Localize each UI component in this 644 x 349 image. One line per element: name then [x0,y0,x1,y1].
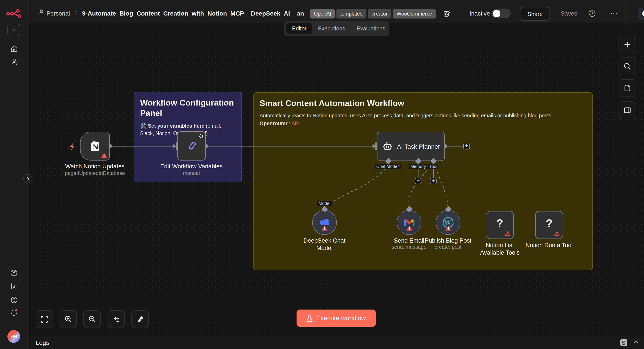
node-deepseek-chat-model[interactable] [312,210,337,235]
node-label: Notion List Available Tools [473,242,526,256]
flask-icon [306,314,312,322]
insights-icon[interactable] [9,281,19,291]
tidy-up-button[interactable] [132,311,149,328]
personal-icon[interactable] [9,57,19,66]
node-label: Watch Notion Updates [60,163,130,170]
zoom-out-button[interactable] [84,311,101,328]
tag-woocommerce[interactable]: WooCommerce [393,9,436,18]
tools-emoji-icon: 🛠️ [140,123,146,129]
warning-icon [322,225,328,231]
unknown-node-icon: ? [536,217,563,230]
execute-workflow-button[interactable]: Execute workflow [296,310,376,327]
right-panel-button-partial[interactable] [638,8,644,20]
node-publish-blog-post[interactable]: W [436,210,460,235]
workflow-status-label: Inactive [470,10,490,17]
tag-creator[interactable]: creator [368,9,391,18]
share-button[interactable]: Share [520,7,550,20]
split-panel-button[interactable] [618,101,636,119]
open-logs-window-icon[interactable] [620,339,627,346]
zoom-to-fit-button[interactable] [36,311,53,328]
view-tabs: Editor Executions Evaluations [284,21,390,36]
sticky-body: Automatically reacts to Notion updates, … [254,109,592,127]
node-label: Notion Run a Tool [522,242,576,249]
node-notion-list-available-tools[interactable]: ? [486,211,514,239]
header-divider [626,2,626,27]
warning-icon [101,153,107,158]
zoom-in-button[interactable] [60,311,77,328]
api-link[interactable]: API [292,120,300,126]
workflow-title[interactable]: 9-Automate_Blog_Content_Creation_with_No… [82,10,304,17]
toggle-knob [493,10,500,17]
svg-text:N: N [93,143,98,151]
notion-icon: N [88,140,102,153]
active-toggle[interactable] [492,8,510,18]
tag-list: OpenAI templates creator WooCommerce [310,9,436,18]
avatar[interactable]: HH [8,330,20,343]
add-node-plus-button[interactable]: + [463,143,470,150]
top-header: Personal / 9-Automate_Blog_Content_Creat… [28,0,644,23]
new-workflow-button[interactable] [8,24,20,36]
templates-icon[interactable] [9,268,19,278]
robot-icon [382,141,393,152]
left-sidebar: HH [0,0,28,349]
warning-icon [445,225,452,231]
tab-executions[interactable]: Executions [312,23,351,34]
port-label-chat-model: Chat Model* [375,164,401,169]
pencil-icon [186,140,198,152]
sync-badge-icon [199,134,204,138]
node-notion-run-a-tool[interactable]: ? [535,211,563,239]
sidebar-divider [0,325,28,325]
search-button[interactable] [618,57,636,75]
trigger-bolt-icon [70,143,75,150]
sticky-title: Workflow Configuration Panel [134,92,242,119]
user-icon [38,9,44,15]
node-subtitle: create: post [422,244,475,250]
node-subtitle: pagedUpdatedInDatabase [60,170,130,176]
help-icon[interactable] [9,295,19,305]
saved-status: Saved [560,10,578,17]
add-tool-plus-button[interactable]: + [430,178,436,184]
tab-evaluations[interactable]: Evaluations [351,23,391,34]
collapse-logs-chevron-icon[interactable] [633,340,638,344]
tag-openai[interactable]: OpenAI [310,9,335,18]
node-send-email[interactable] [397,210,422,235]
sidebar-expand-button[interactable] [24,174,32,183]
add-node-button[interactable] [618,36,636,53]
logs-title: Logs [36,339,49,346]
unknown-node-icon: ? [486,217,514,230]
install-node-icon [554,230,560,236]
partial-icon [642,11,644,16]
more-menu-icon[interactable]: ⋯ [609,7,619,19]
svg-text:W: W [444,219,451,226]
undo-button[interactable] [108,311,125,328]
port-label-model: Model [318,201,332,206]
node-subtitle: manual [156,170,226,176]
openrouter-label: Openrouter [260,120,288,126]
tag-templates[interactable]: templates [336,9,366,18]
node-label: DeepSeek Chat Model [302,237,347,252]
node-label: Edit Workflow Variables [156,163,226,170]
node-ai-task-planner[interactable]: AI Task Planner [377,132,445,161]
node-label: Publish Blog Post [422,237,475,245]
n8n-logo[interactable] [6,8,22,18]
port-label-memory: Memory [409,164,427,169]
install-node-icon [505,230,510,236]
history-icon[interactable] [588,9,597,18]
port-label-tool: Tool [428,164,438,169]
notifications-bell-icon[interactable] [9,308,19,318]
home-icon[interactable] [9,43,19,53]
app-window: Workflow Configuration Panel 🛠️ Set your… [0,0,644,349]
logs-panel-header[interactable]: Logs [28,336,644,349]
warning-icon [406,225,412,231]
add-memory-plus-button[interactable]: + [415,178,422,184]
breadcrumb-workspace[interactable]: Personal [46,10,70,17]
breadcrumb-separator: / [75,8,77,17]
tab-editor[interactable]: Editor [286,23,312,34]
edit-tags-icon[interactable] [442,8,452,18]
sticky-note-button[interactable] [618,79,636,97]
sticky-title: Smart Content Automation Workflow [254,93,592,109]
node-inner-label: AI Task Planner [397,143,440,150]
